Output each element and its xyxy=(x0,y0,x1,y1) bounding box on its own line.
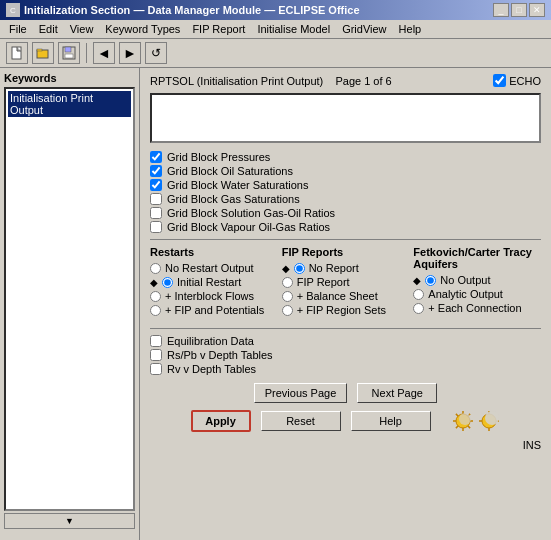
next-page-button[interactable]: Next Page xyxy=(357,383,437,403)
apply-button[interactable]: Apply xyxy=(191,410,251,432)
restart-no-output-radio[interactable] xyxy=(150,263,161,274)
restart-initial-row: ◆ Initial Restart xyxy=(150,276,278,288)
menu-keyword-types[interactable]: Keyword Types xyxy=(100,22,185,36)
rspb-depth-checkbox[interactable] xyxy=(150,349,162,361)
fip-region-row: + FIP Region Sets xyxy=(282,304,410,316)
svg-rect-4 xyxy=(65,47,71,52)
grid-block-oil-sat-checkbox[interactable] xyxy=(150,165,162,177)
restart-interblock-radio[interactable] xyxy=(150,291,161,302)
title-bar: C Initialization Section — Data Manager … xyxy=(0,0,551,20)
main-checkboxes: Grid Block Pressures Grid Block Oil Satu… xyxy=(150,151,541,233)
grid-block-water-sat-checkbox[interactable] xyxy=(150,179,162,191)
sidebar: Keywords Initialisation Print Output ▼ xyxy=(0,68,140,540)
eclipse-icons xyxy=(451,409,501,433)
restart-fip-row: + FIP and Potentials xyxy=(150,304,278,316)
diamond-icon: ◆ xyxy=(150,277,158,288)
help-button[interactable]: Help xyxy=(351,411,431,431)
fip-reports-title: FIP Reports xyxy=(282,246,410,258)
sidebar-item-init-print[interactable]: Initialisation Print Output xyxy=(8,91,131,117)
fip-no-report-radio[interactable] xyxy=(294,263,305,274)
three-column-section: Restarts No Restart Output ◆ Initial Res… xyxy=(150,246,541,318)
grid-block-vapour-oil-checkbox[interactable] xyxy=(150,221,162,233)
menu-help[interactable]: Help xyxy=(394,22,427,36)
menu-bar: File Edit View Keyword Types FIP Report … xyxy=(0,20,551,39)
menu-fip-report[interactable]: FIP Report xyxy=(187,22,250,36)
maximize-button[interactable]: □ xyxy=(511,3,527,17)
grid-block-gas-sat-checkbox[interactable] xyxy=(150,193,162,205)
right-panel: RPTSOL (Initialisation Print Output) Pag… xyxy=(140,68,551,540)
checkbox-row-5: Grid Block Vapour Oil-Gas Ratios xyxy=(150,221,541,233)
action-button-row: Apply Reset Help xyxy=(150,409,541,433)
menu-view[interactable]: View xyxy=(65,22,99,36)
rptsol-header: RPTSOL (Initialisation Print Output) Pag… xyxy=(150,74,541,87)
restart-interblock-row: + Interblock Flows xyxy=(150,290,278,302)
checkbox-row-1: Grid Block Oil Saturations xyxy=(150,165,541,177)
fip-report-radio[interactable] xyxy=(282,277,293,288)
grid-block-pressures-checkbox[interactable] xyxy=(150,151,162,163)
section-sep-1 xyxy=(150,239,541,240)
previous-page-button[interactable]: Previous Page xyxy=(254,383,348,403)
svg-line-14 xyxy=(455,426,457,428)
sidebar-scroll-down[interactable]: ▼ xyxy=(4,513,135,529)
section-sep-2 xyxy=(150,328,541,329)
restart-initial-radio[interactable] xyxy=(162,277,173,288)
svg-point-15 xyxy=(459,413,471,425)
back-button[interactable]: ◄ xyxy=(93,42,115,64)
restarts-section: Restarts No Restart Output ◆ Initial Res… xyxy=(150,246,278,318)
rv-depth-row: Rv v Depth Tables xyxy=(150,363,541,375)
fetkovich-no-output-row: ◆ No Output xyxy=(413,274,541,286)
sun-icon xyxy=(451,409,475,433)
rv-depth-checkbox[interactable] xyxy=(150,363,162,375)
fip-report-row: FIP Report xyxy=(282,276,410,288)
keywords-label: Keywords xyxy=(4,72,135,84)
refresh-icon: ↺ xyxy=(151,46,161,60)
echo-label: ECHO xyxy=(493,74,541,87)
ins-status: INS xyxy=(523,439,541,451)
menu-file[interactable]: File xyxy=(4,22,32,36)
close-button[interactable]: ✕ xyxy=(529,3,545,17)
equil-data-row: Equilibration Data xyxy=(150,335,541,347)
bottom-checkboxes: Equilibration Data Rs/Pb v Depth Tables … xyxy=(150,335,541,375)
window-controls: _ □ ✕ xyxy=(493,3,545,17)
svg-rect-5 xyxy=(65,54,73,58)
eclipse-icon xyxy=(477,409,501,433)
fetkovich-diamond-icon: ◆ xyxy=(413,275,421,286)
forward-button[interactable]: ► xyxy=(119,42,141,64)
rptsol-title: RPTSOL (Initialisation Print Output) Pag… xyxy=(150,75,392,87)
save-button[interactable] xyxy=(58,42,80,64)
fip-balance-radio[interactable] xyxy=(282,291,293,302)
fetkovich-analytic-row: Analytic Output xyxy=(413,288,541,300)
fip-region-radio[interactable] xyxy=(282,305,293,316)
fetkovich-no-output-radio[interactable] xyxy=(425,275,436,286)
reset-button[interactable]: Reset xyxy=(261,411,341,431)
new-button[interactable] xyxy=(6,42,28,64)
equil-data-checkbox[interactable] xyxy=(150,335,162,347)
menu-initialise-model[interactable]: Initialise Model xyxy=(252,22,335,36)
nav-button-row: Previous Page Next Page xyxy=(150,383,541,403)
menu-edit[interactable]: Edit xyxy=(34,22,63,36)
restart-fip-radio[interactable] xyxy=(150,305,161,316)
back-arrow-icon: ◄ xyxy=(97,45,111,61)
fetkovich-title: Fetkovich/Carter Tracy Aquifers xyxy=(413,246,541,270)
minimize-button[interactable]: _ xyxy=(493,3,509,17)
toolbar: ◄ ► ↺ xyxy=(0,39,551,68)
svg-line-12 xyxy=(468,426,470,428)
fetkovich-each-connection-radio[interactable] xyxy=(413,303,424,314)
menu-gridview[interactable]: GridView xyxy=(337,22,391,36)
fetkovich-section: Fetkovich/Carter Tracy Aquifers ◆ No Out… xyxy=(413,246,541,318)
status-area: INS xyxy=(150,439,541,451)
checkbox-row-0: Grid Block Pressures xyxy=(150,151,541,163)
grid-block-solution-gas-checkbox[interactable] xyxy=(150,207,162,219)
rptsol-text-area[interactable] xyxy=(150,93,541,143)
rspb-depth-row: Rs/Pb v Depth Tables xyxy=(150,349,541,361)
fetkovich-analytic-radio[interactable] xyxy=(413,289,424,300)
echo-checkbox[interactable] xyxy=(493,74,506,87)
fip-no-report-row: ◆ No Report xyxy=(282,262,410,274)
refresh-button[interactable]: ↺ xyxy=(145,42,167,64)
restarts-title: Restarts xyxy=(150,246,278,258)
open-button[interactable] xyxy=(32,42,54,64)
checkbox-row-4: Grid Block Solution Gas-Oil Ratios xyxy=(150,207,541,219)
checkbox-row-3: Grid Block Gas Saturations xyxy=(150,193,541,205)
fip-reports-section: FIP Reports ◆ No Report FIP Report + Bal… xyxy=(282,246,410,318)
keywords-listbox: Initialisation Print Output xyxy=(4,87,135,511)
